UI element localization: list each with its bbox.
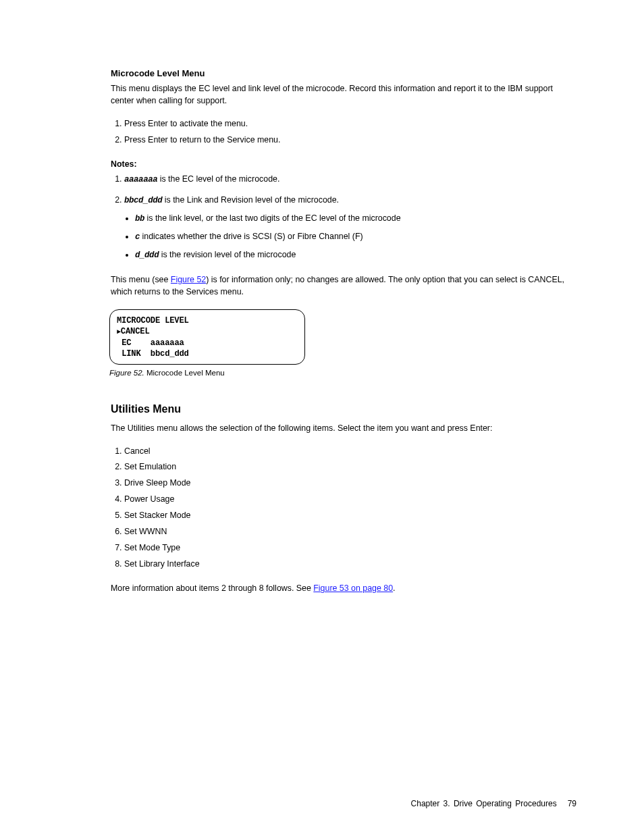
panel-ec-value: aaaaaaa <box>151 338 184 348</box>
list-item: Power Usage <box>124 494 576 506</box>
list-item: Set WWNN <box>124 526 576 538</box>
figure-number: Figure 52. <box>109 369 146 377</box>
list-item: Press Enter to return to the Service men… <box>124 134 576 147</box>
note-text: indicates whether the drive is SCSI (S) … <box>140 232 363 241</box>
figure-52-block: MICROCODE LEVEL CANCEL EC aaaaaaa LINK b… <box>109 309 576 379</box>
placeholder-code: aaaaaaa <box>124 175 157 184</box>
note-text: is the Link and Revision level of the mi… <box>162 195 339 205</box>
figure-intro-before: This menu (see <box>111 275 171 284</box>
note-text: is the EC level of the microcode. <box>157 174 279 184</box>
list-item: aaaaaaa is the EC level of the microcode… <box>124 174 576 186</box>
panel-cancel: CANCEL <box>121 327 150 336</box>
figure-52-caption: Figure 52. Microcode Level Menu <box>109 367 576 379</box>
notes-list: aaaaaaa is the EC level of the microcode… <box>111 174 576 262</box>
microcode-level-heading: Microcode Level Menu <box>111 68 576 80</box>
microcode-level-panel: MICROCODE LEVEL CANCEL EC aaaaaaa LINK b… <box>109 309 305 365</box>
microcode-intro-paragraph: This menu displays the EC level and link… <box>111 83 576 107</box>
list-item: c indicates whether the drive is SCSI (S… <box>135 231 576 244</box>
list-item: Set Emulation <box>124 461 576 473</box>
list-item: Press Enter to activate the menu. <box>124 118 576 130</box>
panel-link-value: bbcd_ddd <box>151 349 189 359</box>
panel-ec-label: EC <box>122 338 131 348</box>
list-item: Set Mode Type <box>124 542 576 554</box>
utilities-followup-paragraph: More information about items 2 through 8… <box>111 583 576 595</box>
placeholder-code: bbcd_ddd <box>124 196 162 205</box>
note-text: is the link level, or the last two digit… <box>144 213 400 223</box>
figure-52-link[interactable]: Figure 52 <box>171 275 206 284</box>
list-item: d_ddd is the revision level of the micro… <box>135 249 576 262</box>
utilities-list: Cancel Set Emulation Drive Sleep Mode Po… <box>111 446 576 571</box>
utilities-intro-paragraph: The Utilities menu allows the selection … <box>111 423 576 435</box>
utilities-menu-heading: Utilities Menu <box>111 401 576 417</box>
placeholder-code: d_ddd <box>135 251 159 260</box>
list-item: Drive Sleep Mode <box>124 477 576 490</box>
list-item: Cancel <box>124 446 576 458</box>
list-item: Set Stacker Mode <box>124 510 576 522</box>
note-sublist: bb is the link level, or the last two di… <box>124 213 576 262</box>
figure-intro-paragraph: This menu (see Figure 52) is for informa… <box>111 274 576 298</box>
followup-after: . <box>393 583 395 593</box>
panel-title: MICROCODE LEVEL <box>117 316 189 325</box>
list-item: bbcd_ddd is the Link and Revision level … <box>124 194 576 262</box>
list-item: Set Library Interface <box>124 558 576 571</box>
placeholder-code: bb <box>135 214 144 224</box>
note-text: is the revision level of the microcode <box>159 250 296 259</box>
page-footer: Chapter 3. Drive Operating Procedures 79 <box>411 798 576 810</box>
panel-link-label: LINK <box>122 349 140 359</box>
placeholder-code: c <box>135 232 140 242</box>
figure-53-link[interactable]: Figure 53 on page 80 <box>313 583 393 593</box>
followup-before: More information about items 2 through 8… <box>111 583 313 593</box>
figure-caption-text: Microcode Level Menu <box>146 369 225 377</box>
microcode-steps-list: Press Enter to activate the menu. Press … <box>111 118 576 147</box>
list-item: bb is the link level, or the last two di… <box>135 213 576 226</box>
notes-label: Notes: <box>111 159 576 171</box>
